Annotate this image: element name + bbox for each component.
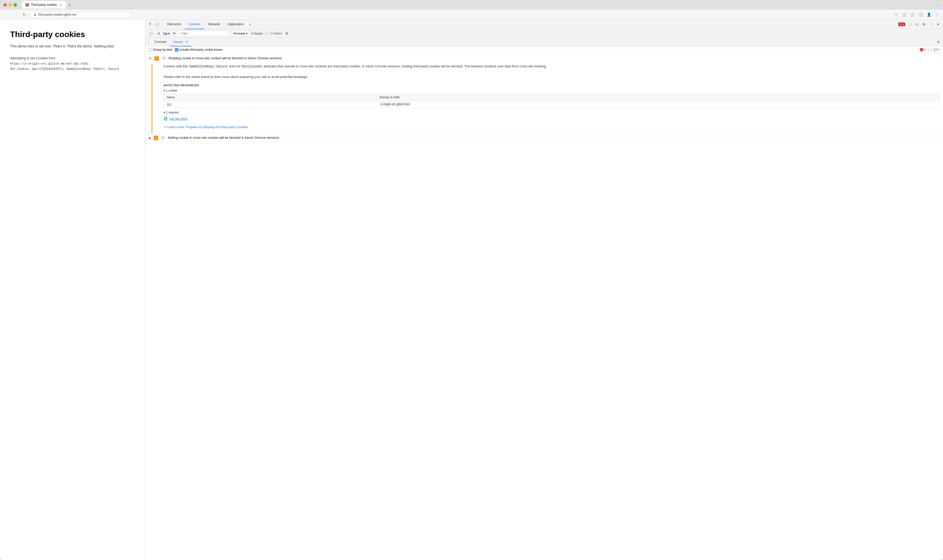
issues-panel: ⋮ Console Issues ✕ ✕ Group by kind	[145, 38, 943, 560]
cookie-resource-group: ▾ 1 cookie Name Domain & Path	[163, 89, 940, 108]
issue-1-header[interactable]: ▼ ! 1 Reading cookie in cross-site conte…	[145, 53, 943, 64]
maximize-window-button[interactable]	[14, 3, 17, 6]
levels-chevron: ▾	[246, 32, 248, 35]
issue-item-2: ▶ ! 1 Setting cookie in cross-site conte…	[145, 133, 943, 143]
external-link-icon: ↗	[163, 125, 166, 129]
context-label: top	[163, 32, 168, 35]
issues-panel-menu-button[interactable]: ⋮	[146, 40, 151, 45]
tab-application[interactable]: Application	[224, 20, 248, 29]
issue-1-para2: Please refer to the article linked to le…	[163, 74, 940, 80]
tab-bar: 🍪 Third-party cookies ✕ +	[22, 1, 933, 9]
group-by-kind-checkbox[interactable]	[149, 48, 152, 51]
cookie-group-label: 1 cookie	[166, 89, 177, 92]
issues-warn-badge: ⚠ 2	[265, 32, 269, 35]
secure-icon: 🔒	[33, 13, 37, 16]
context-chevron: ▾	[168, 32, 170, 35]
issues-panel-close-button[interactable]: ✕	[935, 38, 942, 45]
console-sidebar-button[interactable]: ⬜	[147, 31, 154, 36]
cast-button[interactable]: ⬜	[901, 12, 908, 17]
bookmark-star-button[interactable]: ☆	[893, 12, 899, 17]
console-toolbar: ⬜ ⊘ top ▾ 👁 All levels ▾ 2 Issues: ⚠ 2 3…	[145, 29, 943, 38]
issues-count-label: 2 Issues:	[251, 32, 263, 35]
tab-close-button[interactable]: ✕	[59, 3, 62, 6]
inspect-element-button[interactable]: ⠿	[147, 22, 153, 27]
affected-resources: AFFECTED RESOURCES ▾ 1 cookie Name	[163, 84, 940, 122]
console-block-button[interactable]: ⊘	[156, 31, 162, 36]
eye-button[interactable]: 👁	[171, 31, 178, 36]
request-resource-group: ▾ 1 request 🌐 set-3pc.html	[163, 111, 940, 122]
tab-console[interactable]: Console	[185, 20, 204, 29]
page-content: Third-party cookies This demo tries to s…	[0, 20, 145, 560]
devtools-menu-button[interactable]: ⋮	[928, 22, 934, 27]
cookie-table-domain-header: Domain & Path	[376, 94, 939, 101]
group-by-kind-checkbox-label[interactable]: Group by kind	[149, 48, 172, 51]
affected-title: AFFECTED RESOURCES	[163, 84, 940, 87]
devtools-toolbar: ⠿ ⬜ Elements Console Network Application…	[145, 20, 943, 29]
back-button[interactable]: ←	[3, 12, 10, 18]
context-selector[interactable]: top ▾	[163, 32, 170, 35]
issues-tab-close[interactable]: ✕	[185, 40, 188, 44]
profile-button[interactable]: 👤	[926, 12, 932, 17]
cookie-value: Set-Cookie: 3pc=1703240163971; SameSite=…	[10, 67, 119, 71]
cookie-name-link[interactable]: 3pc	[167, 102, 172, 106]
devtools-panel: ⠿ ⬜ Elements Console Network Application…	[145, 20, 943, 560]
levels-dropdown[interactable]: All levels ▾	[231, 31, 250, 36]
title-bar: 🍪 Third-party cookies ✕ + ⌄	[0, 0, 943, 9]
issues-tabs: ⋮ Console Issues ✕ ✕	[145, 38, 943, 46]
issue-1-count: 1	[162, 56, 166, 60]
cookie-domain: x-origin-src.glitch.me/	[379, 102, 411, 106]
devtools-close-button[interactable]: ✕	[935, 22, 941, 27]
request-group-header[interactable]: ▾ 1 request	[163, 111, 940, 114]
levels-label: All levels	[233, 32, 245, 35]
more-tabs-button[interactable]: »	[248, 22, 252, 27]
cookie-table-name-header: Name	[164, 94, 376, 101]
include-third-party-checkbox-label[interactable]: Include third-party cookie issues	[175, 48, 223, 51]
issue-1-title: Reading cookie in cross-site context wil…	[169, 56, 282, 60]
nav-icons-right: ☆ ⬜ ⬜ ⬜ 👤 ⋮	[893, 12, 940, 17]
reload-button[interactable]: ↻	[21, 11, 28, 18]
close-window-button[interactable]	[3, 3, 7, 6]
cookie-url: https://x-origin-src.glitch.me/set-3pc.h…	[10, 62, 90, 66]
issues-info-icon: 💬	[934, 48, 937, 51]
request-group-chevron: ▾	[163, 111, 165, 114]
error-count: 1	[902, 23, 904, 26]
issue-2-chevron: ▶	[149, 136, 151, 140]
url-text: third-party-cookies.glitch.me	[38, 13, 76, 16]
tab-elements[interactable]: Elements	[164, 20, 185, 29]
screenshot-button[interactable]: ⬜	[909, 12, 916, 17]
request-link[interactable]: set-3pc.html	[169, 117, 188, 121]
code-samesite: SameSite=None; Secure	[188, 65, 228, 69]
device-toolbar-button[interactable]: ⬜	[153, 22, 160, 27]
warn-icon: ⚠	[908, 23, 910, 26]
issue-item-1: ▼ ! 1 Reading cookie in cross-site conte…	[145, 53, 943, 133]
cookie-group-chevron: ▾	[163, 89, 165, 92]
devtools-settings-button[interactable]: ⚙	[921, 22, 927, 27]
learn-more-section: ↗ Learn more: Prepare for phasing out th…	[163, 125, 940, 129]
learn-more-text: Learn more: Prepare for phasing out thir…	[167, 125, 248, 129]
info-icon: ℹ	[915, 23, 917, 26]
forward-button[interactable]: →	[12, 12, 19, 18]
warn-count-badge: ⚠ 2	[906, 22, 913, 26]
issues-count: 2 Issues: ⚠ 2	[251, 32, 269, 35]
tab-network[interactable]: Network	[205, 20, 224, 29]
tab-console-bottom[interactable]: Console	[151, 38, 170, 46]
sidebar-button[interactable]: ⬜	[917, 12, 924, 17]
cookie-group-header[interactable]: ▾ 1 cookie	[163, 89, 940, 92]
issue-2-count: 1	[161, 136, 165, 139]
console-settings-button[interactable]: ⚙	[284, 31, 290, 36]
menu-button[interactable]: ⋮	[934, 12, 940, 17]
error-count-badge: ✕ 1	[898, 22, 905, 26]
minimize-window-button[interactable]	[9, 3, 12, 6]
browser-window: 🍪 Third-party cookies ✕ + ⌄ ← → ↻ 🔒 thir…	[0, 0, 943, 560]
active-tab[interactable]: 🍪 Third-party cookies ✕	[22, 1, 66, 9]
issue-2-header[interactable]: ▶ ! 1 Setting cookie in cross-site conte…	[145, 133, 943, 143]
window-chevron[interactable]: ⌄	[936, 3, 940, 7]
tab-issues[interactable]: Issues ✕	[170, 38, 192, 46]
filter-input[interactable]	[179, 31, 229, 36]
address-bar[interactable]: 🔒 third-party-cookies.glitch.me	[29, 12, 131, 18]
include-third-party-checkbox[interactable]	[175, 48, 178, 51]
new-tab-button[interactable]: +	[67, 2, 72, 8]
issue-2-title: Setting cookie in cross-site context wil…	[168, 136, 279, 140]
page-subtitle: This demo tries to set one. That's it. T…	[10, 44, 135, 48]
learn-more-link[interactable]: ↗ Learn more: Prepare for phasing out th…	[163, 125, 940, 129]
